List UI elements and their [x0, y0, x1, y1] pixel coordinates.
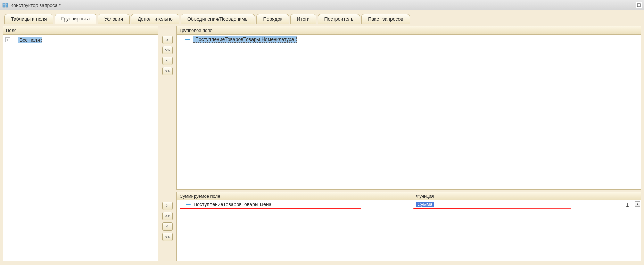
window-title: Конструктор запроса * — [10, 2, 61, 8]
maximize-button[interactable] — [636, 2, 642, 8]
add-to-group-button[interactable]: > — [162, 36, 173, 44]
fields-panel: Поля + Все поля — [3, 26, 158, 261]
transfer-column: > >> < << > >> < << — [160, 26, 174, 261]
sum-field-column-header[interactable]: Суммируемое поле — [177, 192, 413, 200]
remove-from-group-button[interactable]: < — [162, 57, 173, 65]
content-area: Поля + Все поля > >> < << > >> < << Груп… — [0, 24, 644, 263]
field-icon — [185, 38, 190, 40]
group-field-header: Групповое поле — [177, 26, 641, 35]
group-transfer-buttons: > >> < << — [160, 26, 174, 75]
tab-additional[interactable]: Дополнительно — [131, 14, 179, 24]
app-icon — [2, 2, 8, 8]
add-to-sum-button[interactable]: > — [162, 202, 173, 210]
fields-panel-header: Поля — [3, 26, 158, 35]
field-icon — [11, 39, 16, 41]
tab-tables-fields[interactable]: Таблицы и поля — [4, 14, 53, 24]
svg-rect-6 — [637, 4, 640, 7]
tab-order[interactable]: Порядок — [256, 14, 289, 24]
group-item-label[interactable]: ПоступлениеТоваровТовары.Номенклатура — [193, 36, 297, 43]
tabs-row: Таблицы и поля Группировка Условия Допол… — [0, 10, 644, 24]
tree-root-label[interactable]: Все поля — [18, 37, 42, 43]
expand-icon[interactable]: + — [5, 37, 10, 42]
sum-func-column-header[interactable]: Функция — [413, 192, 641, 200]
tab-conditions[interactable]: Условия — [98, 14, 130, 24]
annotation-underline — [180, 208, 361, 209]
group-field-list[interactable]: ПоступлениеТоваровТовары.Номенклатура — [177, 35, 641, 189]
right-column: Групповое поле ПоступлениеТоваровТовары.… — [176, 26, 641, 261]
tab-grouping[interactable]: Группировка — [55, 14, 97, 24]
remove-all-from-sum-button[interactable]: << — [162, 233, 173, 241]
fields-tree[interactable]: + Все поля — [3, 35, 158, 261]
svg-rect-1 — [6, 3, 8, 7]
group-field-panel: Групповое поле ПоступлениеТоваровТовары.… — [176, 26, 641, 190]
add-all-to-sum-button[interactable]: >> — [162, 212, 173, 220]
tab-query-batch[interactable]: Пакет запросов — [361, 14, 410, 24]
sum-row[interactable]: ПоступлениеТоваровТовары.Цена Сумма 𝙸 ▾ — [177, 200, 641, 208]
add-all-to-group-button[interactable]: >> — [162, 46, 173, 54]
titlebar: Конструктор запроса * — [0, 0, 644, 10]
sum-transfer-buttons: > >> < << — [160, 192, 174, 261]
tab-unions-aliases[interactable]: Объединения/Псевдонимы — [181, 14, 255, 24]
annotation-underline — [413, 208, 572, 209]
sum-field-value[interactable]: ПоступлениеТоваровТовары.Цена — [193, 202, 271, 207]
svg-rect-0 — [3, 3, 5, 7]
remove-all-from-group-button[interactable]: << — [162, 67, 173, 75]
tree-row-root[interactable]: + Все поля — [5, 36, 156, 44]
field-icon — [186, 203, 191, 205]
tab-builder[interactable]: Построитель — [318, 14, 360, 24]
remove-from-sum-button[interactable]: < — [162, 222, 173, 231]
sum-func-value[interactable]: Сумма — [416, 202, 434, 207]
tab-totals[interactable]: Итоги — [290, 14, 316, 24]
group-item-row[interactable]: ПоступлениеТоваровТовары.Номенклатура — [177, 35, 641, 44]
sum-table: Суммируемое поле Функция ПоступлениеТова… — [177, 192, 641, 208]
func-dropdown-button[interactable]: ▾ — [635, 201, 640, 207]
sum-field-panel: Суммируемое поле Функция ПоступлениеТова… — [176, 192, 641, 261]
